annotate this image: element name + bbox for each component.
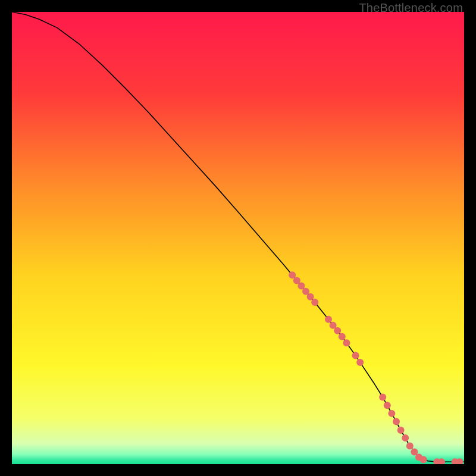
marker-point [384,402,391,409]
marker-point [397,427,405,434]
chart-frame: TheBottleneck.com [0,0,476,476]
marker-point [393,418,400,425]
marker-point [388,410,395,417]
marker-point [343,339,350,346]
marker-point [406,443,414,450]
marker-point [402,434,409,441]
marker-point [352,352,359,359]
chart-plot [12,12,464,464]
marker-point [325,316,332,323]
marker-point [356,359,364,366]
plot-background [12,12,464,464]
marker-point [420,456,427,463]
marker-point [334,327,341,334]
marker-point [379,394,386,401]
marker-point [339,333,346,340]
marker-point [311,299,318,306]
watermark-text: TheBottleneck.com [359,1,463,15]
